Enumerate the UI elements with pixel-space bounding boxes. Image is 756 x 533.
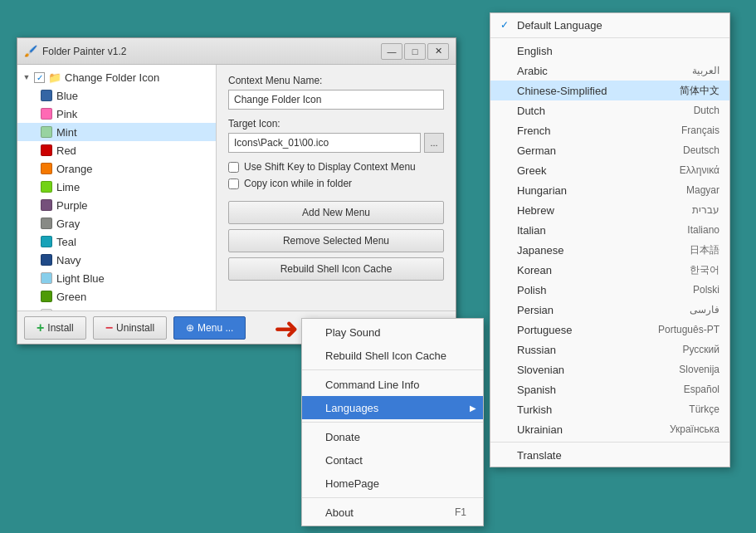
tree-label-lightblue: Light Blue [56, 272, 105, 285]
lang-item-spanish[interactable]: Spanish Español [490, 379, 729, 399]
app-icon: 🖌️ [24, 45, 37, 58]
add-new-menu-button[interactable]: Add New Menu [228, 201, 444, 224]
tree-item-purple[interactable]: Purple [17, 196, 216, 214]
tree-root-label: Change Folder Icon [65, 71, 159, 84]
rebuild-shell-icon-cache-button[interactable]: Rebuild Shell Icon Cache [228, 257, 444, 281]
lang-item-russian[interactable]: Russian Русский [490, 340, 729, 359]
lang-item-ukrainian[interactable]: Ukrainian Українська [490, 419, 729, 439]
color-swatch-gray [41, 218, 52, 229]
shift-key-checkbox[interactable] [228, 162, 239, 173]
minus-icon: − [105, 320, 113, 335]
tree-label-gray: Gray [56, 218, 80, 230]
lang-item-slovenian[interactable]: Slovenian Slovenija [490, 359, 729, 379]
lang-item-german[interactable]: German Deutsch [490, 140, 729, 160]
turkish-native: Türkçe [689, 403, 719, 415]
context-menu-input[interactable] [228, 90, 444, 110]
tree-label-red: Red [56, 144, 76, 157]
lang-item-hebrew[interactable]: Hebrew עברית [490, 200, 729, 220]
maximize-button[interactable]: □ [404, 43, 426, 60]
tree-item-mint[interactable]: Mint [17, 123, 216, 141]
remove-selected-menu-button[interactable]: Remove Selected Menu [228, 229, 444, 252]
tree-root-checkbox[interactable]: ✓ [34, 72, 45, 83]
minimize-button[interactable]: — [381, 43, 402, 60]
color-swatch-pink [41, 108, 52, 120]
lang-item-translate[interactable]: Translate [490, 445, 729, 465]
menu-item-contact[interactable]: Contact [302, 448, 483, 472]
lang-default-header[interactable]: ✓ Default Language [490, 15, 729, 35]
tree-item-green[interactable]: Green [17, 287, 216, 306]
korean-native: 한국어 [690, 263, 719, 277]
korean-label: Korean [517, 264, 552, 276]
copy-icon-row: Copy icon while in folder [228, 178, 444, 189]
persian-native: فارسی [690, 304, 719, 315]
menu-separator-3 [302, 497, 483, 498]
dutch-native: Dutch [694, 105, 719, 116]
lang-item-portuguese[interactable]: Portuguese Português-PT [490, 320, 729, 340]
tree-item-red[interactable]: Red [17, 141, 216, 159]
tree-expand-icon: ▼ [21, 71, 32, 83]
tree-label-orange: Orange [56, 163, 92, 175]
tree-label-pink: Pink [56, 108, 77, 120]
tree-panel[interactable]: ▼ ✓ 📁 Change Folder Icon Blue Pink Mint … [17, 65, 217, 311]
menu-button[interactable]: ⊕ Menu ... [173, 316, 246, 340]
tree-item-pink[interactable]: Pink [17, 105, 216, 123]
menu-separator-2 [302, 422, 483, 423]
close-button[interactable]: ✕ [427, 43, 449, 60]
default-check-icon: ✓ [500, 19, 512, 31]
context-menu: Play Sound Rebuild Shell Icon Cache Comm… [301, 318, 484, 526]
uninstall-button[interactable]: − Uninstall [93, 316, 167, 340]
lang-item-japanese[interactable]: Japanese 日本語 [490, 240, 729, 260]
lang-item-french[interactable]: French Français [490, 120, 729, 140]
tree-item-orange[interactable]: Orange [17, 159, 216, 178]
uninstall-label: Uninstall [116, 322, 154, 334]
polish-native: Polski [693, 284, 719, 296]
lang-item-arabic[interactable]: Arabic العربية [490, 61, 729, 81]
lang-item-italian[interactable]: Italian Italiano [490, 220, 729, 240]
title-bar: 🖌️ Folder Painter v1.2 — □ ✕ [17, 38, 456, 65]
color-swatch-lightblue [41, 272, 52, 284]
tree-item-navy[interactable]: Navy [17, 251, 216, 269]
tree-item-lime[interactable]: Lime [17, 178, 216, 196]
japanese-native: 日本語 [690, 243, 719, 257]
lang-item-greek[interactable]: Greek Ελληνικά [490, 160, 729, 180]
lang-item-persian[interactable]: Persian فارسی [490, 300, 729, 320]
persian-label: Persian [517, 304, 554, 316]
tree-item-lightblue[interactable]: Light Blue [17, 269, 216, 287]
menu-item-play-sound[interactable]: Play Sound [302, 320, 483, 344]
translate-label: Translate [517, 449, 562, 462]
spanish-native: Español [684, 384, 719, 395]
target-icon-input[interactable] [228, 133, 421, 153]
browse-button[interactable]: ... [424, 133, 444, 153]
menu-item-donate[interactable]: Donate [302, 425, 483, 448]
copy-icon-checkbox[interactable] [228, 178, 239, 189]
tree-item-gray[interactable]: Gray [17, 214, 216, 232]
menu-item-about[interactable]: About F1 [302, 501, 483, 524]
plus-icon: + [37, 320, 44, 335]
menu-item-languages[interactable]: Languages ▶ [302, 396, 483, 419]
tree-item-teal[interactable]: Teal [17, 232, 216, 251]
menu-item-homepage[interactable]: HomePage [302, 472, 483, 495]
dutch-label: Dutch [517, 105, 545, 117]
action-buttons: Add New Menu Remove Selected Menu Rebuil… [228, 201, 444, 281]
arabic-native: العربية [692, 65, 719, 76]
lang-item-korean[interactable]: Korean 한국어 [490, 260, 729, 280]
donate-label: Donate [325, 431, 360, 443]
hungarian-label: Hungarian [517, 184, 567, 197]
menu-item-rebuild-cache[interactable]: Rebuild Shell Icon Cache [302, 344, 483, 367]
tree-root-header[interactable]: ▼ ✓ 📁 Change Folder Icon [17, 68, 216, 86]
menu-item-cmd-line[interactable]: Command Line Info [302, 373, 483, 396]
lang-item-turkish[interactable]: Turkish Türkçe [490, 399, 729, 419]
hebrew-label: Hebrew [517, 204, 554, 217]
arabic-label: Arabic [517, 65, 548, 77]
lang-item-chinese-simplified[interactable]: Chinese-Simplified 简体中文 [490, 81, 729, 100]
cmd-line-label: Command Line Info [325, 379, 419, 391]
german-native: Deutsch [683, 144, 719, 156]
lang-item-english[interactable]: English [490, 41, 729, 61]
lang-item-polish[interactable]: Polish Polski [490, 280, 729, 300]
tree-item-blue[interactable]: Blue [17, 86, 216, 105]
lang-item-hungarian[interactable]: Hungarian Magyar [490, 180, 729, 200]
install-button[interactable]: + Install [24, 316, 86, 340]
main-window: 🖌️ Folder Painter v1.2 — □ ✕ ▼ ✓ 📁 Chang… [17, 37, 456, 345]
lang-item-dutch[interactable]: Dutch Dutch [490, 100, 729, 120]
window-content: ▼ ✓ 📁 Change Folder Icon Blue Pink Mint … [17, 65, 456, 311]
